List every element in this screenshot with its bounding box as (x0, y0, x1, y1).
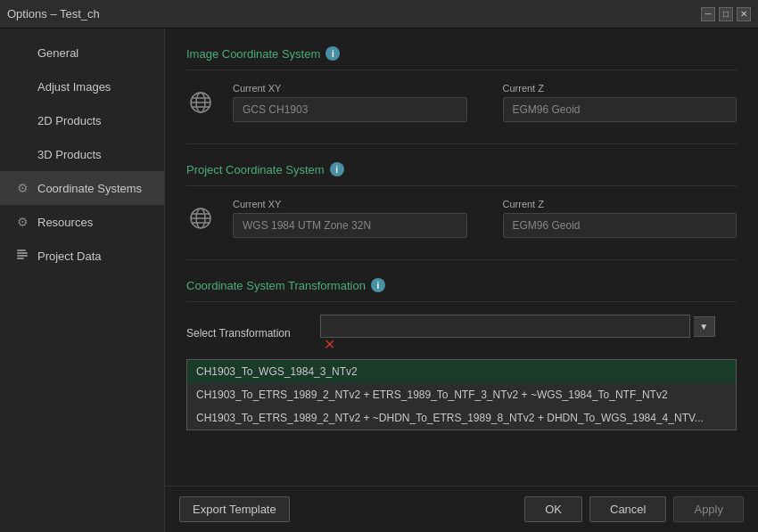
sidebar-item-label: Coordinate Systems (37, 182, 142, 195)
title-bar: Options – Test_ch ─ □ ✕ (0, 0, 758, 29)
image-coord-fields: Current XY Current Z (233, 83, 737, 122)
image-xy-label: Current XY (233, 83, 467, 94)
transformation-input[interactable] (320, 315, 690, 338)
project-z-label: Current Z (503, 199, 737, 209)
sidebar-item-coordinate-systems[interactable]: ⚙ Coordinate Systems (0, 171, 164, 205)
image-globe-icon (186, 88, 215, 117)
image-z-label: Current Z (503, 83, 737, 94)
ok-button[interactable]: OK (524, 496, 582, 522)
transformation-row: Select Transformation ▼ ✕ (186, 315, 737, 352)
coordinate-systems-icon: ⚙ (14, 180, 30, 196)
sidebar: General Adjust Images 2D Products 3D Pro… (0, 29, 165, 532)
image-xy-input[interactable] (233, 97, 467, 122)
select-transformation-label: Select Transformation (186, 327, 311, 340)
transformation-dropdown-button[interactable]: ▼ (694, 316, 715, 337)
transformation-info-icon[interactable]: i (371, 278, 385, 292)
transformation-header: Coordinate System Transformation i (186, 278, 737, 302)
bottom-bar-left: Export Template (179, 496, 290, 522)
image-z-group: Current Z (503, 83, 737, 122)
sidebar-item-label: 3D Products (37, 148, 102, 161)
project-coord-row: Current XY Current Z (186, 199, 737, 238)
project-coord-info-icon[interactable]: i (330, 162, 344, 176)
project-xy-label: Current XY (233, 199, 467, 209)
minimize-button[interactable]: ─ (701, 7, 715, 21)
project-xy-input[interactable] (233, 213, 467, 238)
close-button[interactable]: ✕ (737, 7, 751, 21)
bottom-bar: Export Template OK Cancel Apply (165, 486, 758, 532)
sidebar-item-label: 2D Products (37, 114, 102, 127)
image-coordinate-system-section: Image Coordinate System i Current XY (186, 46, 737, 122)
cancel-button[interactable]: Cancel (589, 496, 666, 522)
project-xy-group: Current XY (233, 199, 467, 238)
sidebar-item-adjust-images[interactable]: Adjust Images (0, 70, 164, 103)
image-coordinate-system-header: Image Coordinate System i (186, 46, 737, 70)
sidebar-item-label: General (37, 46, 78, 60)
window-controls: ─ □ ✕ (701, 7, 751, 21)
sidebar-item-resources[interactable]: ⚙ Resources (0, 205, 164, 239)
resources-icon: ⚙ (14, 214, 30, 230)
3d-products-icon (14, 146, 30, 162)
image-z-input[interactable] (503, 97, 737, 122)
image-coordinate-system-title: Image Coordinate System (186, 47, 320, 61)
image-coord-info-icon[interactable]: i (325, 46, 340, 61)
svg-rect-0 (17, 250, 26, 251)
transformation-title: Coordinate System Transformation (186, 279, 366, 292)
maximize-button[interactable]: □ (719, 7, 733, 21)
sidebar-item-project-data[interactable]: Project Data (0, 239, 164, 273)
transformation-clear-button[interactable]: ✕ (320, 338, 339, 352)
general-icon (14, 45, 30, 61)
svg-rect-3 (17, 258, 24, 259)
divider-2 (186, 259, 737, 260)
sidebar-item-2d-products[interactable]: 2D Products (0, 103, 164, 137)
image-xy-group: Current XY (233, 83, 467, 122)
bottom-bar-right: OK Cancel Apply (524, 496, 744, 522)
dropdown-item-2[interactable]: CH1903_To_ETRS_1989_2_NTv2 + ~DHDN_To_ET… (187, 406, 736, 430)
export-template-button[interactable]: Export Template (179, 496, 290, 522)
transformation-select-wrapper: ▼ ✕ (320, 315, 737, 352)
project-coordinate-system-title: Project Coordinate System (186, 163, 325, 176)
image-coord-row: Current XY Current Z (186, 83, 737, 122)
window-title: Options – Test_ch (7, 7, 100, 20)
coordinate-system-transformation-section: Coordinate System Transformation i Selec… (186, 278, 737, 430)
dropdown-item-0[interactable]: CH1903_To_WGS_1984_3_NTv2 (187, 360, 736, 383)
sidebar-item-general[interactable]: General (0, 36, 164, 70)
project-coordinate-system-section: Project Coordinate System i Current XY (186, 162, 737, 238)
transformation-dropdown-list: CH1903_To_WGS_1984_3_NTv2 CH1903_To_ETRS… (186, 359, 737, 430)
2d-products-icon (14, 112, 30, 128)
project-z-input[interactable] (503, 213, 737, 238)
apply-button[interactable]: Apply (673, 496, 744, 522)
project-coordinate-system-header: Project Coordinate System i (186, 162, 737, 186)
sidebar-item-label: Adjust Images (37, 80, 111, 94)
content-area: Image Coordinate System i Current XY (165, 29, 758, 532)
main-container: General Adjust Images 2D Products 3D Pro… (0, 29, 758, 532)
adjust-images-icon (14, 78, 30, 94)
project-data-icon (14, 248, 30, 264)
sidebar-item-label: Project Data (37, 250, 102, 263)
project-globe-icon (186, 204, 215, 233)
sidebar-item-3d-products[interactable]: 3D Products (0, 137, 164, 171)
project-z-group: Current Z (503, 199, 737, 238)
svg-rect-1 (17, 252, 28, 254)
dropdown-item-1[interactable]: CH1903_To_ETRS_1989_2_NTv2 + ETRS_1989_T… (187, 383, 736, 406)
project-coord-fields: Current XY Current Z (233, 199, 737, 238)
sidebar-item-label: Resources (37, 216, 93, 229)
svg-rect-2 (17, 255, 28, 257)
divider-1 (186, 143, 737, 144)
